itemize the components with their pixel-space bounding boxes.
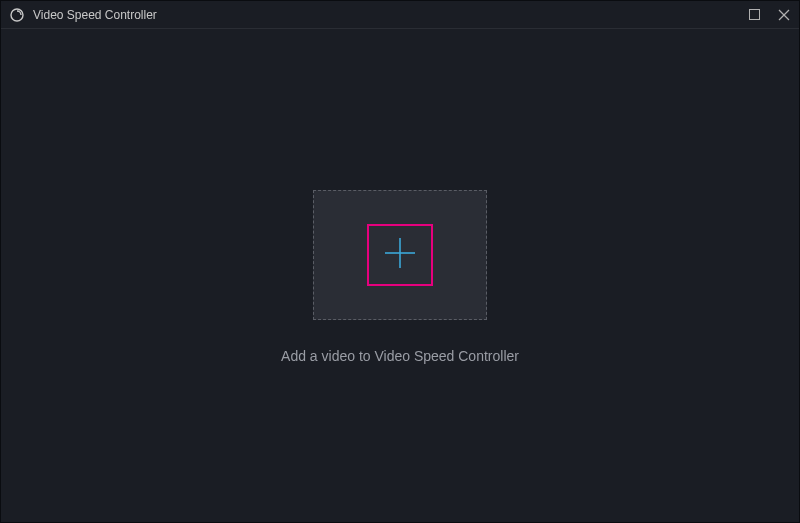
add-video-dropzone[interactable]: [313, 190, 487, 320]
add-video-prompt: Add a video to Video Speed Controller: [281, 348, 519, 364]
window-controls: [747, 8, 791, 22]
main-content: Add a video to Video Speed Controller: [1, 29, 799, 523]
titlebar: Video Speed Controller: [1, 1, 799, 29]
titlebar-left: Video Speed Controller: [9, 7, 157, 23]
app-title: Video Speed Controller: [33, 8, 157, 22]
svg-rect-1: [749, 10, 759, 20]
highlight-box: [367, 224, 433, 286]
close-button[interactable]: [777, 8, 791, 22]
app-logo-icon: [9, 7, 25, 23]
maximize-button[interactable]: [747, 8, 761, 22]
plus-icon: [382, 235, 418, 275]
